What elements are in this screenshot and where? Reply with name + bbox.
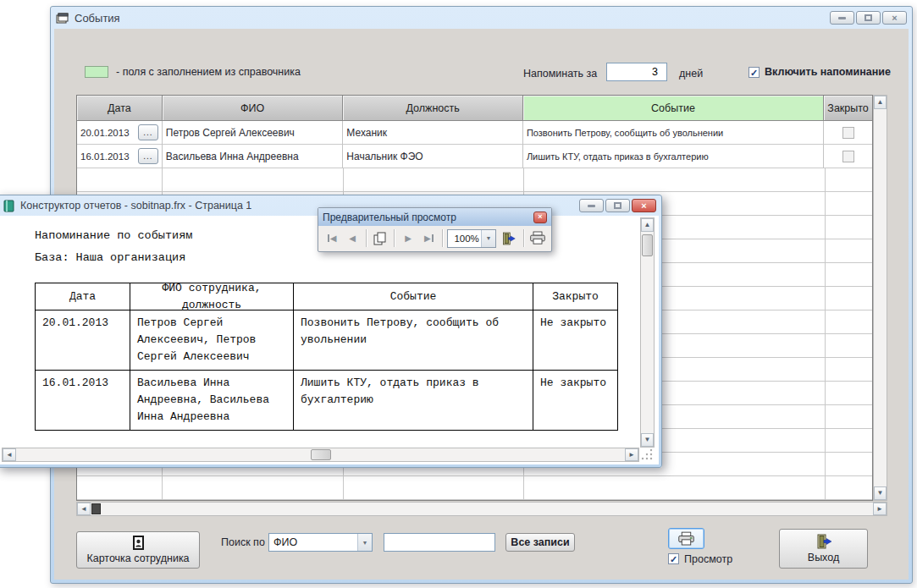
header-label: Дата: [108, 102, 131, 114]
scroll-up-button[interactable]: ▲: [641, 218, 654, 232]
cell-closed: [824, 145, 872, 168]
maximize-button[interactable]: [856, 11, 881, 25]
zoom-dropdown-button[interactable]: ▼: [481, 230, 495, 247]
scroll-down-button[interactable]: ▼: [641, 433, 654, 447]
search-input[interactable]: [384, 533, 495, 552]
scroll-right-button[interactable]: ►: [873, 503, 887, 515]
rpt-header-closed: Закрыто: [533, 283, 617, 310]
zoom-value: 100%: [448, 234, 481, 244]
printer-icon: [529, 231, 546, 245]
rpt-header-fio: ФИО сотрудника, должность: [130, 283, 294, 310]
events-window-titlebar[interactable]: События ×: [51, 7, 912, 29]
exit-button[interactable]: Выход: [779, 529, 868, 569]
report-table: Дата ФИО сотрудника, должность Событие З…: [35, 283, 618, 431]
scroll-down-icon: ▼: [877, 490, 884, 497]
first-page-icon: ◀: [330, 234, 337, 243]
toolbar-separator: [394, 229, 395, 247]
window-title: События: [75, 12, 120, 25]
table-row[interactable]: 20.01.2013 ... Петров Сергей Алексеевич …: [77, 121, 872, 145]
scroll-left-button[interactable]: ◄: [77, 503, 91, 515]
closed-checkbox[interactable]: [842, 127, 854, 139]
combo-dropdown-button[interactable]: ▼: [357, 534, 372, 551]
prev-page-button[interactable]: ◀: [343, 228, 362, 248]
report-minimize-button[interactable]: [579, 199, 604, 212]
hscroll-thumb[interactable]: [311, 449, 331, 460]
cell-closed: [824, 121, 872, 145]
rpt-cell-date: 16.01.2013: [36, 371, 130, 430]
scroll-up-button[interactable]: ▲: [874, 96, 887, 109]
reminder-checkbox-label: Включить напоминание: [765, 66, 891, 78]
search-by-label: Поиск по: [221, 536, 265, 548]
scroll-down-icon: ▼: [644, 437, 651, 443]
close-icon: ×: [538, 213, 542, 221]
print-button[interactable]: [668, 528, 704, 549]
cell-fio: Петров Сергей Алексеевич: [163, 121, 344, 145]
vscroll-thumb[interactable]: [642, 234, 653, 256]
remind-days-input[interactable]: [606, 63, 667, 81]
cell-event: Лишить КТУ, отдать приказ в бухгалтерию: [523, 145, 824, 168]
next-page-button[interactable]: ▶: [399, 228, 417, 248]
report-maximize-button[interactable]: [605, 199, 630, 212]
close-icon: ×: [892, 14, 897, 23]
rpt-cell-closed: Не закрыто: [533, 310, 617, 371]
header-label: Должность: [406, 102, 459, 114]
report-page: Напоминание по событиям База: Наша орган…: [0, 216, 659, 464]
last-page-bar-icon: [432, 234, 434, 242]
legend-label: - поля с заполнением из справочника: [116, 66, 301, 78]
printer-icon: [677, 531, 695, 547]
closed-checkbox[interactable]: [842, 151, 854, 162]
events-icon: [56, 12, 69, 25]
scroll-right-button[interactable]: ►: [625, 448, 638, 461]
scroll-left-button[interactable]: ◄: [3, 448, 16, 461]
last-page-icon: ▶: [424, 234, 431, 243]
preview-checkbox[interactable]: ✓: [668, 553, 679, 564]
date-picker-button[interactable]: ...: [138, 148, 158, 164]
minimize-button[interactable]: [830, 11, 854, 25]
close-button[interactable]: ×: [882, 11, 907, 25]
check-icon: ✓: [750, 69, 758, 77]
print-report-button[interactable]: [528, 228, 547, 248]
search-by-select[interactable]: ФИО ▼: [268, 533, 373, 552]
cell-position: Начальник ФЭО: [343, 145, 523, 168]
last-page-button[interactable]: ▶: [419, 228, 438, 248]
preview-close-button[interactable]: ×: [533, 212, 547, 223]
report-base-line: База: Наша организация: [35, 251, 185, 264]
all-records-label: Все записи: [511, 536, 569, 548]
check-icon: ✓: [670, 555, 677, 563]
remind-label: Напоминать за: [523, 68, 597, 80]
preview-toolbar-buttons: ◀ ◀ ▶ ▶ 100% ▼: [318, 226, 551, 250]
reminder-checkbox[interactable]: ✓: [749, 67, 760, 78]
preview-toolbar-titlebar[interactable]: Предварительный просмотр ×: [318, 208, 551, 226]
grid-header-event[interactable]: Событие: [523, 96, 824, 121]
cell-event: Позвонить Петрову, сообщить об увольнени…: [523, 121, 824, 145]
zoom-select[interactable]: 100% ▼: [447, 229, 496, 248]
employee-card-icon: [132, 536, 145, 550]
hscroll-thumb[interactable]: [91, 503, 101, 514]
toolbar-separator: [523, 229, 524, 247]
date-value: 20.01.2013: [80, 128, 130, 138]
grid-header-closed[interactable]: Закрыто: [824, 96, 872, 121]
grid-header-date[interactable]: Дата: [77, 96, 163, 121]
employee-card-button[interactable]: Карточка сотрудника: [76, 531, 200, 569]
grid-hscrollbar[interactable]: ◄ ►: [76, 502, 887, 516]
report-vscrollbar[interactable]: ▲ ▼: [640, 217, 655, 448]
legend-swatch: [85, 66, 108, 78]
all-records-button[interactable]: Все записи: [505, 533, 575, 552]
grid-header-position[interactable]: Должность: [343, 96, 523, 121]
header-label: Закрыто: [827, 102, 868, 114]
grid-vscrollbar[interactable]: ▲ ▼: [873, 95, 887, 501]
scroll-down-button[interactable]: ▼: [874, 486, 887, 500]
toolbar-separator: [442, 229, 443, 247]
report-row: 16.01.2013 Васильева Инна Андреевна, Вас…: [36, 371, 617, 430]
report-close-button[interactable]: ×: [632, 199, 656, 212]
grid-header-fio[interactable]: ФИО: [163, 96, 344, 121]
copy-pages-button[interactable]: [371, 228, 389, 248]
first-page-button[interactable]: ◀: [323, 228, 341, 248]
date-picker-button[interactable]: ...: [138, 124, 158, 140]
resize-grip[interactable]: [640, 448, 655, 462]
minimize-icon: [588, 205, 595, 207]
exit-door-icon: [815, 534, 833, 549]
report-hscrollbar[interactable]: ◄ ►: [2, 448, 639, 462]
close-preview-button[interactable]: [498, 228, 519, 248]
table-row[interactable]: 16.01.2013 ... Васильева Инна Андреевна …: [77, 145, 872, 168]
